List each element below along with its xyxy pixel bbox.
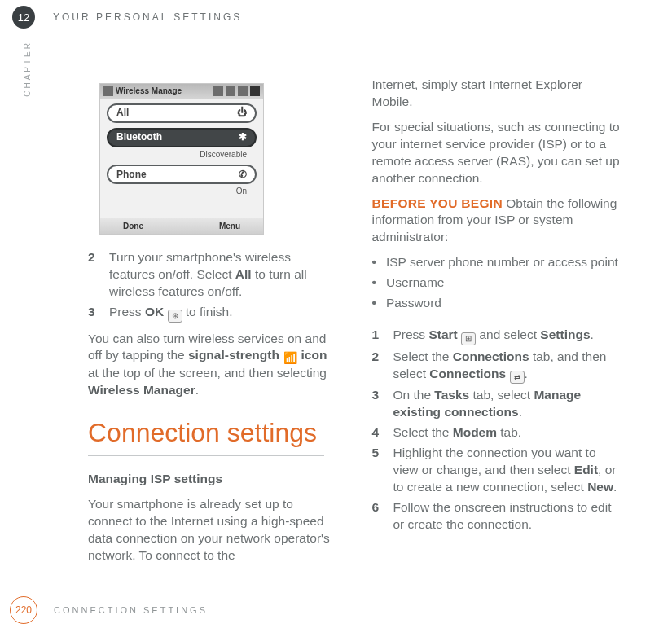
chapter-title: YOUR PERSONAL SETTINGS (53, 11, 242, 23)
bold-tasks: Tasks (434, 388, 469, 402)
page-header: 12 YOUR PERSONAL SETTINGS (0, 6, 242, 29)
step-number: 4 (372, 424, 382, 442)
bold-new: New (587, 480, 613, 494)
bullet-username: Username (372, 275, 624, 292)
right-step-5: 5 Highlight the connection you want to v… (372, 445, 624, 496)
windows-icon (103, 86, 113, 96)
right-step-4: 4 Select the Modem tab. (372, 424, 624, 442)
step-number: 2 (372, 349, 382, 384)
left-column: Wireless Manage All ⏻ Bluetooth ✱ (88, 77, 340, 573)
sound-icon (238, 86, 248, 96)
chapter-number-badge: 12 (12, 6, 35, 29)
step-3: 3 Press OK ⊛ to finish. (88, 304, 340, 323)
section-heading: Connection settings (88, 415, 340, 450)
bold-connections-tab: Connections (453, 349, 529, 363)
bullet-isp: ISP server phone number or access point (372, 254, 624, 271)
connections-icon: ⇄ (510, 371, 525, 384)
step-number: 3 (372, 387, 382, 421)
footer-title: CONNECTION SETTINGS (54, 605, 208, 615)
page-number-badge: 220 (10, 596, 37, 624)
text: Select the (393, 349, 453, 363)
bullet-password: Password (372, 295, 624, 312)
row-label: Phone (116, 168, 147, 181)
subheading: Managing ISP settings (88, 471, 340, 488)
close-icon (250, 86, 260, 96)
continuation-para: Internet, simply start Internet Explorer… (372, 77, 624, 111)
device-body: All ⏻ Bluetooth ✱ Discoverable Phone ✆ O… (100, 99, 263, 218)
text: Highlight the connection you want to vie… (393, 446, 596, 477)
softkey-done: Done (123, 221, 143, 232)
device-title: Wireless Manage (116, 86, 182, 97)
bold-settings: Settings (540, 327, 590, 341)
bold-connections: Connections (429, 367, 506, 380)
bold-signal: signal-strength (188, 348, 279, 362)
phone-icon: ✆ (239, 168, 247, 181)
right-step-6: 6 Follow the onscreen instructions to ed… (372, 499, 624, 534)
bluetooth-icon: ✱ (239, 130, 247, 143)
isp-body: Your smartphone is already set up to con… (88, 496, 340, 565)
step-number: 3 (88, 304, 98, 323)
before-you-begin: BEFORE YOU BEGIN Obtain the following in… (372, 195, 624, 247)
step-text: Highlight the connection you want to vie… (393, 445, 624, 496)
device-row-all: All ⏻ (107, 103, 257, 123)
text: . (613, 480, 617, 494)
text: to finish. (182, 305, 233, 318)
bold-all: All (235, 267, 252, 281)
step-text: Turn your smartphone's wireless features… (109, 249, 340, 301)
bold-edit: Edit (574, 463, 598, 477)
before-label: BEFORE YOU BEGIN (372, 196, 503, 210)
right-column: Internet, simply start Internet Explorer… (372, 77, 624, 573)
text: On the (393, 388, 435, 402)
phone-status: On (107, 186, 247, 197)
step-text: Press OK ⊛ to finish. (109, 304, 340, 323)
step-text: On the Tasks tab, select Manage existing… (393, 387, 624, 421)
signal-strength-icon: 📶 (283, 352, 297, 365)
step-text: Select the Connections tab, and then sel… (393, 349, 624, 384)
step-2: 2 Turn your smartphone's wireless featur… (88, 249, 340, 301)
special-situations-para: For special situations, such as connecti… (372, 119, 624, 187)
text: tab, select (469, 388, 534, 402)
bullet-text: Password (386, 295, 441, 312)
bullet-text: Username (386, 275, 445, 292)
text: Press (109, 305, 145, 318)
start-icon: ⊞ (461, 332, 476, 345)
step-number: 5 (372, 445, 382, 496)
power-icon: ⏻ (237, 106, 247, 119)
bold-ok: OK (145, 305, 164, 318)
text: at the top of the screen, and then selec… (88, 366, 327, 380)
row-label: All (116, 106, 129, 119)
chapter-vertical-label: CHAPTER (23, 41, 32, 97)
step-number: 6 (372, 499, 382, 534)
bluetooth-status: Discoverable (107, 149, 247, 160)
step-text: Follow the onscreen instructions to edit… (393, 499, 624, 534)
text: . (519, 405, 522, 419)
heading-rule (88, 455, 324, 456)
wireless-services-para: You can also turn wireless services on a… (88, 331, 340, 399)
text: . (195, 383, 199, 397)
device-footer: Done Menu (100, 218, 263, 235)
step-text: Select the Modem tab. (393, 424, 624, 442)
ok-button-icon: ⊛ (168, 310, 182, 323)
device-screenshot: Wireless Manage All ⏻ Bluetooth ✱ (99, 83, 264, 235)
device-row-phone: Phone ✆ (107, 165, 257, 184)
bold-wm: Wireless Manager (88, 383, 195, 397)
step-number: 2 (88, 249, 98, 301)
step-text: Press Start ⊞ and select Settings. (393, 327, 624, 345)
device-row-bluetooth: Bluetooth ✱ (107, 128, 257, 147)
step-number: 1 (372, 327, 382, 345)
row-label: Bluetooth (116, 130, 162, 143)
bold-icon-word: icon (301, 348, 327, 362)
text: Select the (393, 425, 453, 439)
device-titlebar: Wireless Manage (100, 84, 263, 99)
bold-start: Start (428, 327, 457, 341)
sync-icon (213, 86, 223, 96)
text: and select (476, 327, 540, 341)
text: . (591, 327, 594, 341)
bullet-text: ISP server phone number or access point (386, 254, 618, 271)
softkey-menu: Menu (219, 221, 240, 232)
right-step-3: 3 On the Tasks tab, select Manage existi… (372, 387, 624, 421)
page-footer: 220 CONNECTION SETTINGS (0, 596, 208, 624)
text: Press (393, 327, 429, 341)
signal-icon (226, 86, 235, 96)
right-step-2: 2 Select the Connections tab, and then s… (372, 349, 624, 384)
